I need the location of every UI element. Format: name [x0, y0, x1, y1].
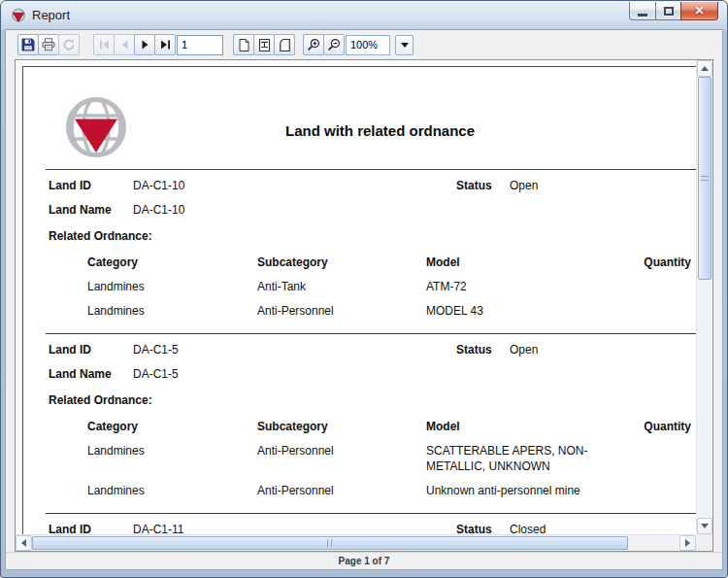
close-icon: ✕: [694, 5, 704, 17]
first-page-icon: [99, 39, 110, 51]
ordnance-subcategory: Anti-Tank: [257, 279, 426, 294]
land-name-label: Land Name: [49, 203, 112, 217]
window-controls: ✕: [629, 2, 718, 20]
scroll-right-button[interactable]: [679, 535, 696, 551]
next-page-button[interactable]: [134, 34, 155, 55]
scroll-left-button[interactable]: [16, 535, 32, 551]
vertical-scrollbar[interactable]: [696, 60, 712, 534]
zoom-group: [303, 34, 414, 55]
land-name-value: DA-C1-5: [133, 367, 179, 381]
ordnance-category: Landmines: [87, 279, 257, 294]
maximize-icon: [664, 7, 674, 16]
save-button[interactable]: [17, 34, 39, 55]
thumb-grip: [327, 539, 332, 547]
land-id-label: Land ID: [49, 523, 91, 535]
save-icon: [21, 38, 35, 51]
close-button[interactable]: ✕: [680, 2, 718, 20]
ordnance-row: Landmines Anti-Personnel SCATTERABLE APE…: [23, 439, 696, 479]
thumb-grip: [701, 176, 709, 181]
next-page-icon: [140, 39, 150, 51]
toolbar: [6, 30, 722, 59]
scroll-up-button[interactable]: [697, 60, 712, 77]
zoom-dropdown-button[interactable]: [395, 35, 414, 55]
land-name-row: Land Name DA-C1-5: [23, 361, 696, 386]
land-record: Land ID DA-C1-5 Status Open Land Name DA…: [23, 334, 696, 513]
titlebar[interactable]: Report: [5, 1, 723, 29]
col-header-subcategory: Subcategory: [257, 255, 426, 269]
client-area: Land with related ordnance Land ID DA-C1…: [5, 29, 723, 570]
land-id-label: Land ID: [49, 179, 91, 192]
land-id-row: Land ID DA-C1-11 Status Closed: [23, 517, 696, 534]
arrow-left-icon: [21, 539, 26, 547]
report-header: Land with related ordnance: [23, 67, 696, 169]
scroll-down-button[interactable]: [697, 518, 712, 534]
horizontal-scroll-thumb[interactable]: [32, 536, 628, 550]
page-info: Page 1 of 7: [339, 556, 390, 566]
first-page-button[interactable]: [93, 34, 115, 55]
refresh-icon: [62, 38, 76, 51]
ordnance-model: ATM-72: [426, 279, 618, 294]
minimize-icon: [638, 14, 647, 17]
ordnance-model: Unknown anti-personnel mine: [426, 483, 618, 498]
ordnance-category: Landmines: [87, 483, 257, 498]
ordnance-row: Landmines Anti-Tank ATM-72: [23, 275, 696, 299]
print-button[interactable]: [38, 34, 59, 55]
scrollbar-corner: [696, 534, 712, 551]
vertical-scroll-track[interactable]: [697, 77, 712, 518]
related-ordnance-row: Related Ordnance:: [23, 221, 696, 250]
app-icon: [11, 8, 26, 23]
minimize-button[interactable]: [629, 2, 656, 20]
chevron-down-icon: [401, 43, 409, 48]
report-page: Land with related ordnance Land ID DA-C1…: [22, 66, 696, 534]
zoom-in-button[interactable]: [303, 34, 324, 55]
zoom-in-icon: [307, 38, 320, 51]
report-title: Land with related ordnance: [23, 122, 696, 139]
maximize-button[interactable]: [655, 2, 681, 20]
ordnance-model: SCATTERABLE APERS, NON-METALLIC, UNKNOWN: [426, 443, 618, 474]
report-window: Report ✕: [0, 0, 728, 578]
zoom-level-input[interactable]: [346, 35, 390, 55]
land-id-row: Land ID DA-C1-5 Status Open: [23, 337, 696, 361]
single-page-button[interactable]: [233, 34, 254, 55]
horizontal-scrollbar[interactable]: [16, 534, 696, 551]
nav-group: [93, 34, 223, 55]
ordnance-subcategory: Anti-Personnel: [257, 303, 426, 319]
report-viewport: Land with related ordnance Land ID DA-C1…: [15, 59, 713, 552]
zoom-out-button[interactable]: [323, 34, 345, 55]
vertical-scroll-thumb[interactable]: [698, 77, 711, 280]
col-header-category: Category: [87, 420, 257, 433]
previous-page-button[interactable]: [114, 34, 135, 55]
page-area: Land with related ordnance Land ID DA-C1…: [16, 60, 696, 534]
fit-page-button[interactable]: [274, 34, 295, 55]
land-id-value: DA-C1-5: [133, 343, 179, 357]
col-header-quantity: Quantity: [618, 255, 691, 269]
ordnance-row: Landmines Anti-Personnel Unknown anti-pe…: [23, 479, 696, 503]
land-name-value: DA-C1-10: [133, 203, 184, 217]
status-value: Open: [510, 179, 538, 192]
layout-group: [233, 34, 295, 55]
ordnance-category: Landmines: [87, 303, 257, 319]
window-title: Report: [32, 8, 70, 22]
print-icon: [42, 38, 55, 51]
horizontal-scroll-track[interactable]: [32, 535, 679, 551]
statusbar: Page 1 of 7: [6, 552, 722, 569]
last-page-button[interactable]: [154, 34, 176, 55]
ordnance-table-header: Category Subcategory Model Quantity: [23, 250, 696, 275]
col-header-model: Model: [426, 420, 618, 433]
land-id-row: Land ID DA-C1-10 Status Open: [23, 173, 696, 197]
status-label: Status: [456, 343, 492, 357]
fit-width-icon: [258, 38, 271, 52]
ordnance-table-header: Category Subcategory Model Quantity: [23, 414, 696, 439]
refresh-button[interactable]: [58, 34, 80, 55]
col-header-subcategory: Subcategory: [257, 420, 426, 433]
ordnance-subcategory: Anti-Personnel: [257, 443, 426, 459]
fit-page-icon: [279, 38, 291, 52]
page-number-input[interactable]: [177, 35, 223, 55]
related-ordnance-label: Related Ordnance:: [49, 393, 152, 407]
last-page-icon: [160, 39, 171, 51]
land-id-value: DA-C1-10: [133, 179, 184, 192]
col-header-quantity: Quantity: [618, 420, 691, 433]
land-id-label: Land ID: [49, 343, 91, 357]
status-label: Status: [456, 179, 492, 192]
fit-width-button[interactable]: [253, 34, 275, 55]
